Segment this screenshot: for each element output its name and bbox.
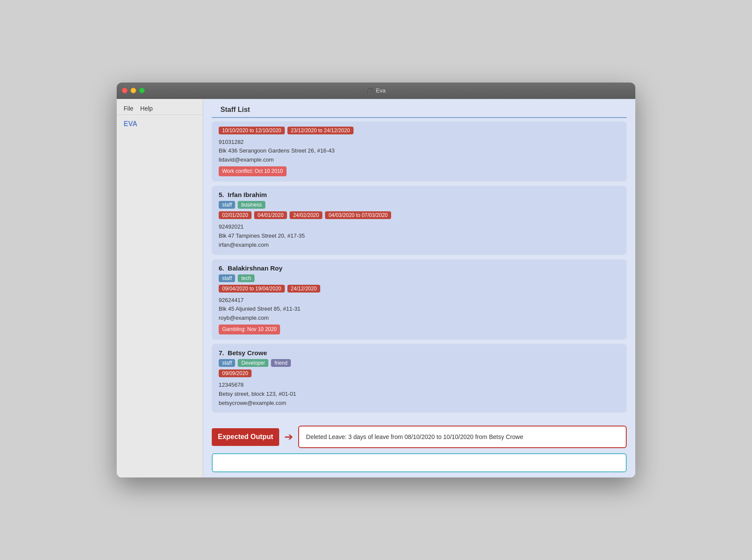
window-title: 🎧 Eva [366, 87, 386, 94]
date-tag: 24/02/2020 [290, 211, 322, 219]
staff-info: 12345678 Betsy street, block 123, #01-01… [219, 381, 620, 407]
arrow-right-icon: ➔ [284, 431, 293, 443]
date-tag: 02/01/2020 [219, 211, 252, 219]
staff-email: lidavid@example.com [219, 156, 620, 165]
tag-staff: staff [219, 274, 235, 282]
tags: staff tech [219, 274, 620, 282]
sidebar: File Help EVA [117, 99, 203, 478]
staff-email: royb@example.com [219, 314, 620, 323]
tags: staff Developer friend [219, 359, 620, 367]
traffic-lights [122, 88, 145, 93]
sidebar-logo: EVA [117, 115, 203, 133]
staff-info: 92492021 Blk 47 Tampines Street 20, #17-… [219, 223, 620, 249]
staff-address: Blk 436 Serangoon Gardens Street 26, #16… [219, 146, 620, 156]
command-input[interactable] [212, 453, 627, 472]
date-tag: 10/10/2020 to 12/10/2020 [219, 127, 285, 134]
date-tag: 09/04/2020 to 19/04/2020 [219, 285, 285, 293]
staff-phone: 92492021 [219, 223, 620, 232]
close-button[interactable] [122, 88, 127, 93]
staff-address: Blk 47 Tampines Street 20, #17-35 [219, 232, 620, 241]
date-tags: 10/10/2020 to 12/10/2020 23/12/2020 to 2… [219, 127, 620, 134]
staff-phone: 92624417 [219, 296, 620, 305]
bottom-section: Expected Output ➔ Deleted Leave: 3 days … [203, 420, 635, 477]
content-header: Staff List [212, 99, 627, 118]
staff-card: 10/10/2020 to 12/10/2020 23/12/2020 to 2… [212, 121, 627, 182]
staff-card: 5. Irfan Ibrahim staff business 02/01/20… [212, 186, 627, 255]
expected-output-row: Expected Output ➔ Deleted Leave: 3 days … [212, 426, 627, 448]
maximize-button[interactable] [139, 88, 145, 93]
date-tags: 02/01/2020 04/01/2020 24/02/2020 04/03/2… [219, 211, 620, 219]
staff-phone: 12345678 [219, 381, 620, 390]
staff-name: 5. Irfan Ibrahim [219, 191, 620, 198]
staff-list: 10/10/2020 to 12/10/2020 23/12/2020 to 2… [203, 118, 635, 421]
expected-output-text: Deleted Leave: 3 days of leave from 08/1… [306, 433, 523, 440]
tag-staff: staff [219, 359, 235, 367]
main-window: 🎧 Eva File Help EVA Staff List 10/10/202… [117, 83, 635, 478]
staff-email: betsycrowe@example.com [219, 399, 620, 408]
staff-name: 7. Betsy Crowe [219, 349, 620, 356]
tag-staff: staff [219, 201, 235, 209]
staff-phone: 91031282 [219, 138, 620, 147]
title-bar: 🎧 Eva [117, 83, 635, 99]
tags: staff business [219, 201, 620, 209]
tag-business: business [238, 201, 265, 209]
date-tags: 09/09/2020 [219, 369, 620, 377]
headphone-icon: 🎧 [366, 87, 373, 94]
staff-card: 7. Betsy Crowe staff Developer friend 09… [212, 344, 627, 413]
date-tag: 24/12/2020 [287, 285, 320, 293]
window-body: File Help EVA Staff List 10/10/2020 to 1… [117, 99, 635, 478]
conflict-badge: Gambling: Nov 10 2020 [219, 325, 280, 334]
staff-card: 6. Balakirshnan Roy staff tech 09/04/202… [212, 259, 627, 340]
staff-info: 91031282 Blk 436 Serangoon Gardens Stree… [219, 138, 620, 177]
staff-address: Betsy street, block 123, #01-01 [219, 390, 620, 399]
tag-friend: friend [271, 359, 291, 367]
tag-developer: Developer [238, 359, 268, 367]
menu-bar: File Help [117, 102, 203, 115]
file-menu[interactable]: File [124, 105, 134, 112]
date-tag: 04/03/2020 to 07/03/2020 [325, 211, 391, 219]
help-menu[interactable]: Help [140, 105, 153, 112]
expected-output-label: Expected Output [212, 428, 279, 446]
tag-tech: tech [238, 274, 255, 282]
date-tags: 09/04/2020 to 19/04/2020 24/12/2020 [219, 285, 620, 293]
staff-info: 92624417 Blk 45 Aljunied Street 85, #11-… [219, 296, 620, 335]
minimize-button[interactable] [131, 88, 136, 93]
staff-name: 6. Balakirshnan Roy [219, 264, 620, 272]
staff-address: Blk 45 Aljunied Street 85, #11-31 [219, 305, 620, 314]
date-tag: 23/12/2020 to 24/12/2020 [287, 127, 354, 134]
date-tag: 04/01/2020 [254, 211, 287, 219]
main-content: Staff List 10/10/2020 to 12/10/2020 23/1… [203, 99, 635, 478]
date-tag: 09/09/2020 [219, 369, 252, 377]
expected-output-box: Deleted Leave: 3 days of leave from 08/1… [298, 426, 627, 448]
staff-email: irfan@example.com [219, 241, 620, 250]
conflict-badge: Work conflict: Oct 10 2010 [219, 166, 287, 176]
